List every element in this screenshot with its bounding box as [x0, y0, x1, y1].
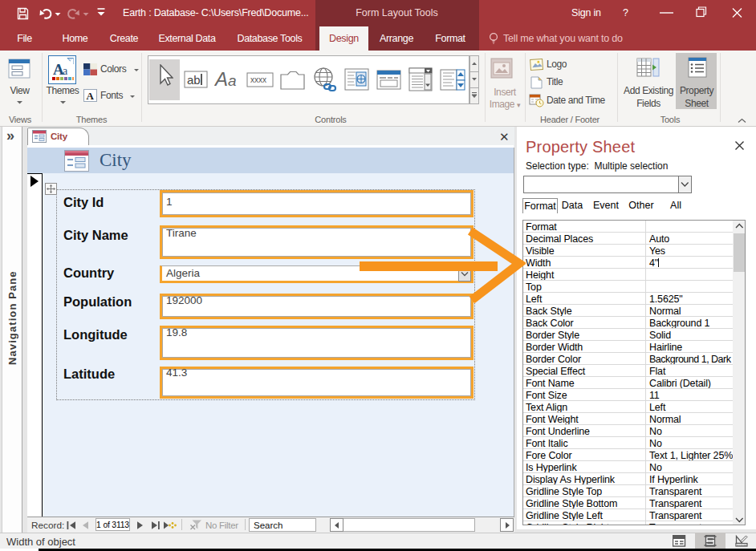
svg-text:ab: ab [187, 73, 201, 87]
svg-text:xxxx: xxxx [250, 75, 266, 84]
svg-text:A: A [87, 90, 95, 102]
svg-text:A: A [214, 69, 228, 90]
svg-text:a: a [63, 65, 68, 77]
svg-text:a: a [228, 72, 237, 89]
